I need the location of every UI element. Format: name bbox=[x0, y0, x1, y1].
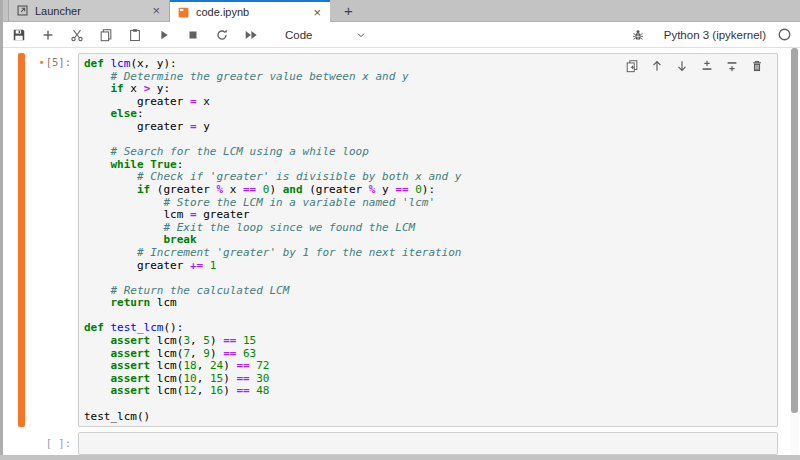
execution-prompt: [ ]: bbox=[3, 437, 71, 449]
execution-prompt: •[5]: bbox=[3, 56, 71, 68]
tab-notebook[interactable]: code.ipynb × bbox=[170, 0, 330, 22]
new-tab-button[interactable]: + bbox=[340, 2, 357, 19]
cut-cells-button[interactable] bbox=[62, 23, 91, 47]
delete-cell-icon[interactable] bbox=[749, 58, 764, 73]
insert-cell-above-icon[interactable] bbox=[699, 58, 714, 73]
close-icon[interactable]: × bbox=[150, 4, 162, 17]
insert-cell-below-icon[interactable] bbox=[724, 58, 739, 73]
code-line: # Search for the LCM using a while loop bbox=[84, 146, 772, 159]
code-editor-content: def lcm(x, y): # Determine the greater v… bbox=[79, 54, 777, 427]
modified-dot: • bbox=[38, 56, 44, 68]
kernel-status-icon[interactable] bbox=[777, 27, 792, 42]
tab-bar: Launcher × code.ipynb × + bbox=[0, 0, 800, 22]
notebook-toolbar: Code Python 3 (ipykernel) bbox=[0, 22, 800, 48]
code-line: greater = x bbox=[84, 96, 772, 109]
duplicate-cell-icon[interactable] bbox=[624, 58, 639, 73]
code-line bbox=[84, 398, 772, 411]
cell-toolbar bbox=[624, 58, 764, 73]
code-line: assert lcm(12, 16) == 48 bbox=[84, 385, 772, 398]
code-line: # Return the calculated LCM bbox=[84, 285, 772, 298]
debugger-bug-icon[interactable] bbox=[624, 23, 653, 47]
cell-collapser[interactable] bbox=[18, 53, 25, 427]
empty-code-cell: [ ]: bbox=[3, 432, 800, 455]
code-cell: •[5]: def lcm(x, y): # Determine the gre… bbox=[3, 53, 800, 427]
code-line: test_lcm() bbox=[84, 411, 772, 424]
close-icon[interactable]: × bbox=[311, 6, 323, 19]
code-line: greater += 1 bbox=[84, 260, 772, 273]
scrollbar-thumb[interactable] bbox=[791, 48, 798, 413]
save-button[interactable] bbox=[4, 23, 33, 47]
insert-cell-button[interactable] bbox=[33, 23, 62, 47]
window-bottom-edge bbox=[0, 455, 800, 460]
notebook-icon bbox=[177, 6, 190, 19]
tab-label: Launcher bbox=[35, 5, 150, 17]
tab-launcher[interactable]: Launcher × bbox=[8, 0, 170, 21]
code-line bbox=[84, 310, 772, 323]
code-editor[interactable]: def lcm(x, y): # Determine the greater v… bbox=[78, 53, 778, 427]
restart-run-all-button[interactable] bbox=[236, 23, 265, 47]
code-line: greater = y bbox=[84, 121, 772, 134]
kernel-name[interactable]: Python 3 (ipykernel) bbox=[664, 29, 766, 41]
copy-cells-button[interactable] bbox=[91, 23, 120, 47]
run-button[interactable] bbox=[149, 23, 178, 47]
move-cell-down-icon[interactable] bbox=[674, 58, 689, 73]
notebook-panel: •[5]: def lcm(x, y): # Determine the gre… bbox=[3, 48, 800, 455]
restart-kernel-button[interactable] bbox=[207, 23, 236, 47]
prompt-text: [5]: bbox=[46, 56, 71, 68]
interrupt-kernel-button[interactable] bbox=[178, 23, 207, 47]
empty-cell-editor[interactable] bbox=[78, 432, 778, 455]
chevron-down-icon bbox=[355, 29, 367, 41]
cell-type-value: Code bbox=[285, 29, 313, 41]
cell-type-dropdown[interactable]: Code bbox=[281, 27, 371, 43]
tab-label: code.ipynb bbox=[196, 6, 311, 18]
code-line: return lcm bbox=[84, 297, 772, 310]
launcher-icon bbox=[16, 4, 29, 17]
notebook-scrollbar[interactable] bbox=[790, 48, 799, 455]
paste-cells-button[interactable] bbox=[120, 23, 149, 47]
move-cell-up-icon[interactable] bbox=[649, 58, 664, 73]
sidebar-edge-divider bbox=[0, 0, 3, 460]
jupyterlab-window: Launcher × code.ipynb × + bbox=[0, 0, 800, 460]
